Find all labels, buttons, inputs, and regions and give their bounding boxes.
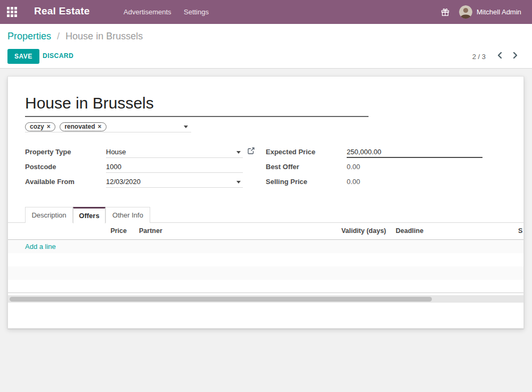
menu-settings[interactable]: Settings — [184, 8, 209, 16]
field-label: Selling Price — [266, 178, 343, 186]
field-label: Postcode — [25, 163, 102, 171]
breadcrumb-current: House in Brussels — [66, 31, 143, 41]
apps-menu-button[interactable] — [6, 7, 17, 18]
user-menu[interactable]: Mitchell Admin — [459, 5, 521, 19]
user-name: Mitchell Admin — [477, 8, 521, 16]
tag-remove-icon[interactable]: × — [47, 123, 51, 130]
external-link-icon[interactable] — [247, 147, 255, 155]
available-from-value: 12/03/2020 — [106, 178, 141, 186]
tab-offers[interactable]: Offers — [73, 207, 105, 223]
field-label: Available From — [25, 178, 102, 186]
app-title[interactable]: Real Estate — [34, 5, 90, 17]
chevron-down-icon — [236, 151, 241, 154]
column-header-price[interactable]: Price — [61, 227, 127, 235]
postcode-input[interactable]: 1000 — [106, 161, 243, 173]
top-navbar: Real Estate Advertisements Settings Mitc… — [0, 0, 532, 24]
selling-price-value: 0.00 — [347, 176, 484, 188]
column-header-validity[interactable]: Validity (days) — [306, 227, 386, 235]
chevron-down-icon — [236, 181, 241, 184]
horizontal-scrollbar[interactable] — [8, 295, 523, 303]
pager-next-button[interactable] — [510, 51, 520, 61]
menu-advertisements[interactable]: Advertisements — [124, 8, 171, 16]
tags-dropdown-caret-icon[interactable] — [184, 126, 188, 128]
property-type-value: House — [106, 148, 126, 156]
add-line-row: Add a line — [8, 240, 523, 253]
pager-previous-button[interactable] — [495, 51, 505, 61]
column-header-deadline[interactable]: Deadline — [396, 227, 423, 235]
add-a-line-link[interactable]: Add a line — [25, 243, 56, 251]
column-header-partner[interactable]: Partner — [139, 227, 162, 235]
tag-label: renovated — [64, 123, 95, 130]
field-label: Property Type — [25, 148, 102, 156]
tab-description[interactable]: Description — [25, 207, 73, 223]
property-type-input[interactable]: House — [106, 146, 243, 158]
gift-icon[interactable] — [441, 8, 449, 16]
field-label: Best Offer — [266, 163, 343, 171]
horizontal-scrollbar-thumb[interactable] — [10, 297, 432, 302]
column-header-clipped: S — [518, 227, 523, 235]
empty-row — [8, 280, 523, 293]
offers-table-header: Price Partner Validity (days) Deadline S — [8, 223, 523, 240]
content-area: House in Brussels cozy × renovated × Pro… — [0, 69, 532, 392]
save-button[interactable]: SAVE — [7, 49, 39, 64]
best-offer-value: 0.00 — [347, 161, 484, 173]
breadcrumb: Properties / House in Brussels — [7, 31, 143, 42]
apps-grid-icon — [7, 11, 17, 19]
tag-cozy[interactable]: cozy × — [25, 122, 55, 131]
empty-row — [8, 266, 523, 280]
pager-count: 2 / 3 — [459, 53, 486, 61]
breadcrumb-separator: / — [57, 31, 60, 41]
tag-remove-icon[interactable]: × — [98, 123, 102, 130]
available-from-input[interactable]: 12/03/2020 — [106, 176, 243, 188]
user-avatar — [459, 5, 472, 19]
chevron-left-icon — [496, 53, 504, 61]
expected-price-input[interactable]: 250,000.00 — [347, 146, 482, 158]
tags-input[interactable]: cozy × renovated × — [25, 121, 191, 132]
property-name-input[interactable]: House in Brussels — [25, 93, 369, 117]
tab-other-info[interactable]: Other Info — [105, 207, 150, 223]
field-label: Expected Price — [266, 148, 343, 156]
control-panel: Properties / House in Brussels SAVE DISC… — [0, 24, 532, 69]
tag-renovated[interactable]: renovated × — [60, 122, 106, 131]
breadcrumb-properties-link[interactable]: Properties — [7, 31, 51, 41]
empty-row — [8, 253, 523, 266]
chevron-right-icon — [511, 53, 519, 61]
discard-button[interactable]: DISCARD — [43, 52, 73, 60]
form-sheet: House in Brussels cozy × renovated × Pro… — [7, 76, 524, 329]
tag-label: cozy — [30, 123, 44, 130]
